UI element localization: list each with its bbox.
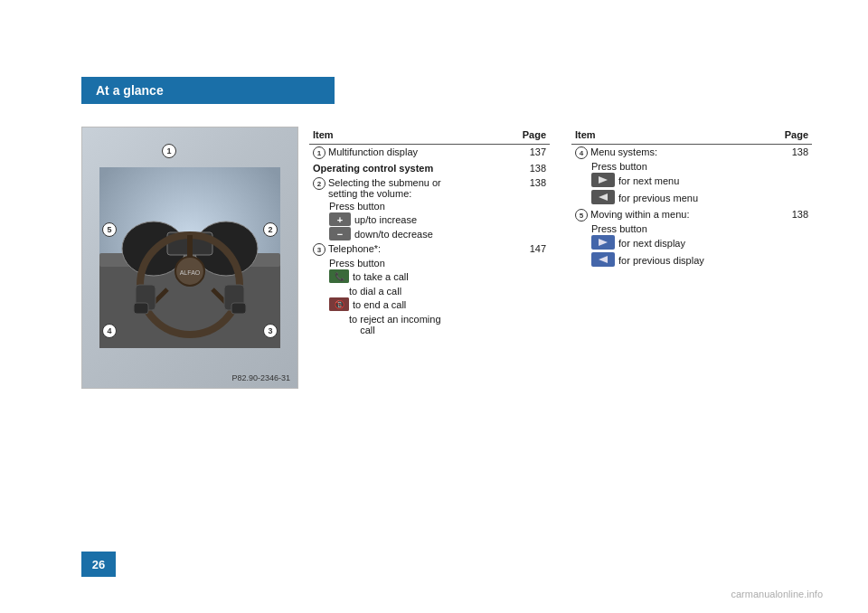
item-text: to end a call (353, 299, 406, 310)
table-row: to reject an incoming call (309, 314, 550, 336)
header-banner: At a glance (81, 77, 335, 104)
item-text: Multifunction display (328, 146, 418, 157)
item-text: Press button (313, 258, 546, 269)
left-item-cell: 3 Telephone*: (309, 241, 505, 258)
item-num-2: 2 (313, 177, 326, 190)
table-row: Press button (309, 201, 550, 212)
num-label-3: 3 (263, 324, 278, 338)
item-text: Selecting the submenu orsetting the volu… (328, 177, 441, 199)
item-page: 138 (505, 161, 550, 175)
right-item-cell: for previous menu (571, 190, 812, 207)
left-item-cell: 📵 to end a call (309, 297, 550, 314)
wheel-label: P82.90-2346-31 (231, 373, 290, 382)
left-item-cell: to reject an incoming call (309, 314, 550, 336)
table-row: 5 Moving within a menu: 138 (571, 207, 812, 223)
svg-text:ALFAO: ALFAO (180, 269, 201, 276)
right-col-item: Item (571, 127, 763, 145)
left-item-cell: − down/to decrease (309, 227, 550, 241)
table-row: 1 Multifunction display 137 (309, 145, 550, 162)
nav-next-icon (591, 235, 615, 251)
item-text: Press button (313, 201, 546, 212)
item-page: 137 (505, 145, 550, 162)
item-text: for next menu (618, 175, 679, 186)
item-text: for previous menu (618, 193, 698, 203)
right-item-cell: for next menu (571, 173, 812, 190)
svg-rect-13 (134, 303, 148, 314)
svg-rect-15 (231, 303, 246, 314)
right-item-cell: Press button (571, 223, 812, 235)
num-label-4: 4 (102, 324, 117, 338)
right-item-cell: for next display (571, 235, 812, 252)
left-col-item: Item (309, 127, 505, 145)
svg-text:📵: 📵 (335, 299, 345, 310)
item-text: Menu systems: (590, 146, 657, 157)
right-table-panel: Item Page 4 Menu systems: 138 (561, 127, 823, 389)
left-table-panel: Item Page 1 Multifunction display 137 (298, 127, 561, 389)
num-label-5: 5 (102, 222, 117, 237)
item-text: Moving within a menu: (590, 209, 689, 220)
table-row: 2 Selecting the submenu orsetting the vo… (309, 175, 550, 201)
num-label-2: 2 (263, 222, 278, 237)
table-row: 3 Telephone*: 147 (309, 241, 550, 258)
svg-text:📞: 📞 (335, 271, 345, 282)
table-row: − down/to decrease (309, 227, 550, 241)
item-text: up/to increase (354, 214, 417, 225)
right-item-cell: 4 Menu systems: (571, 145, 763, 162)
item-page: 138 (763, 145, 812, 162)
item-text: Press button (575, 223, 808, 234)
watermark: carmanualonline.info (731, 589, 823, 599)
item-num-4: 4 (575, 146, 588, 159)
item-text: to reject an incoming call (313, 314, 546, 335)
nav-left-icon (591, 190, 615, 206)
item-text: to take a call (353, 271, 409, 282)
item-text-bold: Operating control system (313, 163, 433, 174)
item-num-1: 1 (313, 146, 326, 159)
main-content: ALFAO 1 2 3 4 5 (81, 127, 823, 389)
item-text: for previous display (618, 255, 704, 266)
phone-red-icon: 📵 (329, 297, 349, 311)
steering-wheel-image: ALFAO 1 2 3 4 5 (81, 127, 298, 389)
table-row: Press button (571, 161, 812, 173)
table-row: to dial a call (309, 286, 550, 297)
left-info-table: Item Page 1 Multifunction display 137 (309, 127, 550, 336)
item-text: for next display (618, 238, 685, 249)
table-row: for previous menu (571, 190, 812, 207)
item-text: to dial a call (313, 286, 546, 297)
table-row: Operating control system 138 (309, 161, 550, 175)
page-number: 26 (92, 558, 105, 571)
num-label-1: 1 (162, 144, 176, 158)
nav-prev-icon (591, 252, 615, 269)
nav-right-icon (591, 173, 615, 189)
plus-icon: + (329, 212, 351, 226)
right-col-page: Page (763, 127, 812, 145)
table-row: 4 Menu systems: 138 (571, 145, 812, 162)
table-row: 📞 to take a call (309, 269, 550, 286)
item-text: Telephone*: (328, 243, 381, 254)
left-item-cell: Press button (309, 258, 550, 269)
table-row: for previous display (571, 252, 812, 269)
table-row: for next menu (571, 173, 812, 190)
table-row: 📵 to end a call (309, 297, 550, 314)
right-info-table: Item Page 4 Menu systems: 138 (571, 127, 812, 269)
left-col-page: Page (505, 127, 550, 145)
table-row: + up/to increase (309, 212, 550, 227)
page-title: At a glance (96, 83, 164, 98)
item-text: down/to decrease (354, 229, 433, 240)
left-item-cell: to dial a call (309, 286, 550, 297)
table-row: Press button (571, 223, 812, 235)
item-page: 138 (763, 207, 812, 223)
table-row: Press button (309, 258, 550, 269)
right-item-cell: Press button (571, 161, 812, 173)
right-item-cell: 5 Moving within a menu: (571, 207, 763, 223)
right-item-cell: for previous display (571, 252, 812, 269)
item-text: Press button (575, 161, 808, 172)
left-item-cell: 📞 to take a call (309, 269, 550, 286)
left-item-cell: 1 Multifunction display (309, 145, 505, 162)
page-wrapper: At a glance (0, 0, 868, 613)
left-item-cell: Operating control system (309, 161, 505, 175)
page-number-badge: 26 (81, 552, 116, 577)
left-item-cell: Press button (309, 201, 550, 212)
left-item-cell: + up/to increase (309, 212, 550, 227)
item-num-5: 5 (575, 209, 588, 222)
phone-green-icon: 📞 (329, 269, 349, 283)
